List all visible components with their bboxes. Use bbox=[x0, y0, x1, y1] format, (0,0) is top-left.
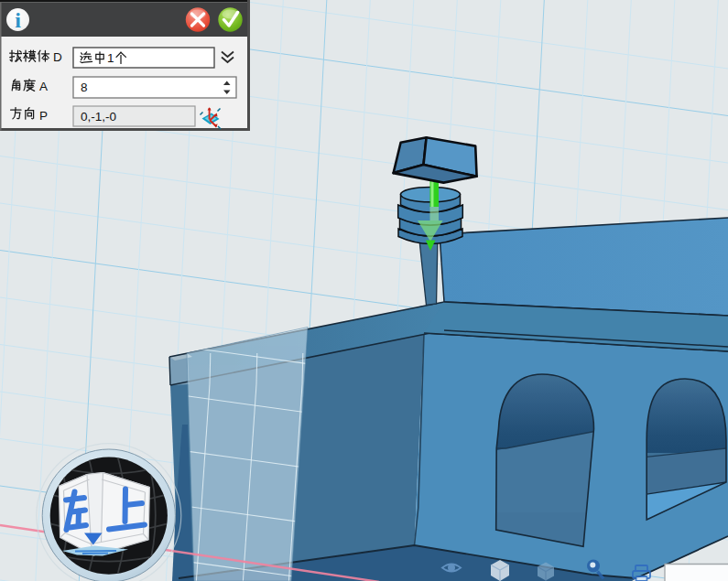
svg-text:0,-1,-0: 0,-1,-0 bbox=[81, 110, 116, 124]
svg-text:A: A bbox=[39, 80, 48, 93]
svg-text:8: 8 bbox=[81, 81, 88, 94]
svg-text:i: i bbox=[15, 8, 21, 32]
svg-text:1: 1 bbox=[107, 51, 114, 65]
svg-text:D: D bbox=[53, 50, 62, 64]
svg-text:P: P bbox=[39, 109, 48, 123]
